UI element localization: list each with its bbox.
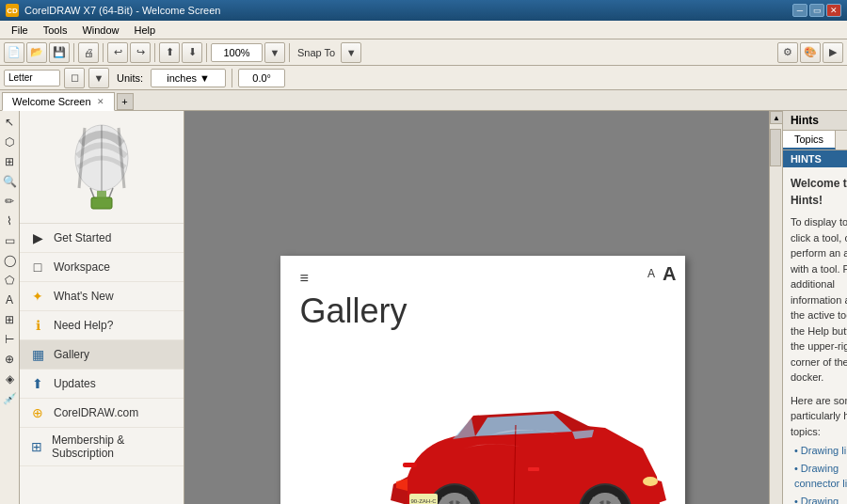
shape-tool[interactable]: ⬡ xyxy=(0,133,19,151)
zoom-level[interactable]: 100% xyxy=(211,43,263,62)
svg-rect-7 xyxy=(97,191,106,198)
print-button[interactable]: 🖨 xyxy=(78,42,99,63)
nav-item-updates[interactable]: ⬆ Updates xyxy=(20,370,184,399)
hints-topic-2[interactable]: Drawing dimension lines xyxy=(791,494,847,505)
polygon-tool[interactable]: ⬠ xyxy=(0,271,19,290)
scroll-up-button[interactable]: ▲ xyxy=(770,111,782,124)
app-icon: CD xyxy=(6,4,19,17)
coreldraw-com-icon: ⊕ xyxy=(29,404,46,421)
zoom-dropdown[interactable]: ▼ xyxy=(264,42,285,63)
nav-need-help-label: Need Help? xyxy=(54,319,113,332)
nav-workspace-label: Workspace xyxy=(54,260,110,274)
table-tool[interactable]: ⊞ xyxy=(0,310,19,329)
text-tool[interactable]: A xyxy=(0,291,19,309)
menu-bar: File Tools Window Help xyxy=(0,21,847,39)
app-title: CorelDRAW X7 (64-Bit) - Welcome Screen xyxy=(24,5,220,16)
svg-text:90-ZAH-C: 90-ZAH-C xyxy=(411,498,438,504)
import-button[interactable]: ⬆ xyxy=(159,42,180,63)
hints-tab-videos[interactable]: Videos xyxy=(836,131,847,150)
nav-updates-label: Updates xyxy=(54,377,96,390)
nav-item-need-help[interactable]: ℹ Need Help? xyxy=(20,311,184,340)
publish-button[interactable]: ▶ xyxy=(823,42,843,63)
zoom-tool[interactable]: 🔍 xyxy=(0,172,19,191)
new-tab-button[interactable]: + xyxy=(117,93,134,110)
nav-item-whats-new[interactable]: ✦ What's New xyxy=(20,282,184,311)
white-page: ≡ Gallery A A xyxy=(280,256,685,505)
open-button[interactable]: 📂 xyxy=(26,42,47,63)
gallery-title: Gallery xyxy=(299,291,666,331)
tab-welcome-screen[interactable]: Welcome Screen ✕ xyxy=(2,92,115,111)
vertical-scrollbar[interactable]: ▲ ▼ xyxy=(769,111,782,504)
units-dropdown[interactable]: ▼ xyxy=(88,68,109,88)
nav-item-gallery[interactable]: ▦ Gallery xyxy=(20,340,184,370)
menu-tools[interactable]: Tools xyxy=(36,23,75,38)
select-tool[interactable]: ↖ xyxy=(0,113,19,132)
tab-label: Welcome Screen xyxy=(12,96,91,107)
tab-close-icon[interactable]: ✕ xyxy=(97,97,104,106)
export-button[interactable]: ⬇ xyxy=(182,42,202,63)
tb2-sep xyxy=(232,69,232,87)
gallery-icon: ▦ xyxy=(29,346,46,363)
toolbar-separator-2 xyxy=(103,43,104,62)
need-help-icon: ℹ xyxy=(29,317,46,334)
close-button[interactable]: ✕ xyxy=(826,4,841,17)
menu-help[interactable]: Help xyxy=(127,23,164,38)
svg-rect-29 xyxy=(403,463,417,467)
rectangle-tool[interactable]: ▭ xyxy=(0,231,19,250)
new-button[interactable]: 📄 xyxy=(4,42,24,63)
page-menu-icon: ≡ xyxy=(299,270,666,287)
minimize-button[interactable]: ─ xyxy=(792,4,807,17)
toolbar-separator-1 xyxy=(73,43,74,62)
blend-tool[interactable]: ⊕ xyxy=(0,350,19,369)
window-controls: ─ ▭ ✕ xyxy=(792,4,841,17)
paper-size[interactable]: Letter xyxy=(4,70,60,87)
hints-content: Welcome to Hints! To display topics, cli… xyxy=(783,167,847,504)
svg-rect-30 xyxy=(528,467,539,471)
freehand-tool[interactable]: ✏ xyxy=(0,192,19,211)
tab-bar: Welcome Screen ✕ + xyxy=(0,90,847,111)
hints-topic-1[interactable]: Drawing connector lines xyxy=(791,461,847,492)
units-select[interactable]: inches ▼ xyxy=(151,69,226,87)
units-label: Units: xyxy=(117,72,143,84)
title-bar: CD CorelDRAW X7 (64-Bit) - Welcome Scree… xyxy=(0,0,847,21)
page-orientation[interactable]: ◻ xyxy=(64,68,85,88)
nav-item-workspace[interactable]: □ Workspace xyxy=(20,253,184,282)
save-button[interactable]: 💾 xyxy=(49,42,70,63)
undo-button[interactable]: ↩ xyxy=(107,42,128,63)
text-size-bar: A A xyxy=(647,263,676,285)
ellipse-tool[interactable]: ◯ xyxy=(0,251,19,270)
redo-button[interactable]: ↪ xyxy=(130,42,151,63)
hints-tab-topics[interactable]: Topics xyxy=(783,131,836,150)
color-eyedropper[interactable]: 💉 xyxy=(0,389,19,408)
fill-tool[interactable]: ◈ xyxy=(0,370,19,388)
center-flex: ▶ Get Started □ Workspace ✦ What's New ℹ… xyxy=(20,111,782,504)
nav-items-list: ▶ Get Started □ Workspace ✦ What's New ℹ… xyxy=(20,224,184,504)
hints-panel: Hints ⊡ ✕ Topics Videos HINTS ? Welcome … xyxy=(782,111,847,504)
toolbar-separator-5 xyxy=(289,43,290,62)
toolbar-separator-3 xyxy=(154,43,155,62)
hints-topic-0[interactable]: Drawing lines xyxy=(791,443,847,459)
nav-gallery-label: Gallery xyxy=(54,348,89,361)
hints-helpful-text: Here are some particularly helpful topic… xyxy=(791,393,847,440)
angle-field[interactable]: 0.0° xyxy=(238,69,285,87)
menu-file[interactable]: File xyxy=(4,23,36,38)
crop-tool[interactable]: ⊞ xyxy=(0,152,19,171)
workspace-icon: □ xyxy=(29,259,46,276)
menu-window[interactable]: Window xyxy=(74,23,126,38)
nav-item-membership[interactable]: ⊞ Membership & Subscription xyxy=(20,428,184,466)
restore-button[interactable]: ▭ xyxy=(809,4,824,17)
snap-to-label: Snap To xyxy=(297,47,335,58)
scroll-track[interactable] xyxy=(770,124,782,504)
scroll-thumb[interactable] xyxy=(770,129,781,166)
nav-item-coreldraw-com[interactable]: ⊕ CorelDRAW.com xyxy=(20,399,184,428)
page-content-area: ≡ Gallery xyxy=(280,256,685,354)
parallel-dims[interactable]: ⊢ xyxy=(0,330,19,349)
smart-draw-tool[interactable]: ⌇ xyxy=(0,212,19,230)
options-button[interactable]: ⚙ xyxy=(777,42,798,63)
snap-dropdown[interactable]: ▼ xyxy=(341,42,361,63)
title-bar-left: CD CorelDRAW X7 (64-Bit) - Welcome Scree… xyxy=(6,4,220,17)
canvas-content[interactable]: ≡ Gallery A A xyxy=(184,111,782,504)
color-settings[interactable]: 🎨 xyxy=(800,42,821,63)
nav-item-get-started[interactable]: ▶ Get Started xyxy=(20,224,184,253)
hints-label-text: HINTS xyxy=(791,153,822,165)
